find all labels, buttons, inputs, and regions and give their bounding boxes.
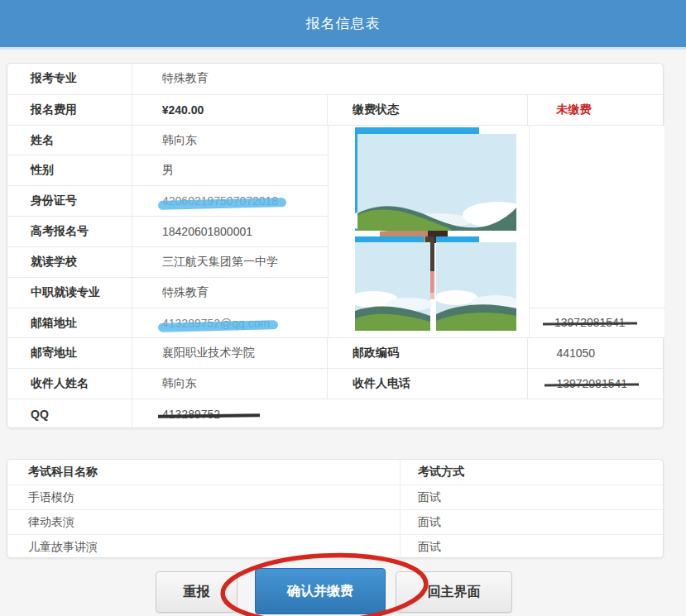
major-label: 报考专业: [7, 64, 132, 94]
name-value: 韩向东: [132, 126, 328, 155]
applicant-photo-censored: [355, 127, 516, 331]
name-label: 姓名: [7, 126, 132, 155]
qq-label: QQ: [7, 399, 132, 429]
back-to-main-button[interactable]: 回主界面: [396, 571, 512, 613]
school-value: 三江航天集团第一中学: [132, 247, 328, 277]
zip-label: 邮政编码: [327, 338, 527, 368]
gender-value: 男: [132, 155, 328, 185]
qq-value-redacted: 413289752: [162, 408, 220, 421]
reapply-button[interactable]: 重报: [156, 571, 237, 613]
payment-status-label: 缴费状态: [327, 95, 527, 125]
email-value-redacted: 413289752@qq.com: [162, 317, 270, 330]
row-recipient: 收件人姓名 韩向东 收件人电话 13972081541: [7, 368, 663, 399]
exam-method-header: 考试方式: [400, 460, 663, 485]
exam-subject: 手语模仿: [7, 485, 400, 509]
id-number-value-redacted: 420602197507072018: [162, 194, 278, 208]
fee-value: ¥240.00: [132, 95, 327, 125]
row-mail-address: 邮寄地址 襄阳职业技术学院 邮政编码 441050: [7, 337, 663, 368]
exam-row-2: 律动表演 面试: [7, 509, 663, 534]
recipient-label: 收件人姓名: [7, 369, 132, 399]
row-fee: 报名费用 ¥240.00 缴费状态 未缴费: [7, 94, 663, 125]
page-title: 报名信息表: [306, 14, 381, 33]
exam-subject: 律动表演: [7, 510, 400, 534]
zhongzhi-major-value: 特殊教育: [132, 278, 328, 308]
exam-method: 面试: [400, 485, 663, 509]
exam-method: 面试: [400, 510, 663, 534]
major-value: 特殊教育: [132, 64, 663, 94]
gaokao-no-value: 18420601800001: [132, 217, 328, 246]
registration-info-card: 报考专业 特殊教育 报名费用 ¥240.00 缴费状态 未缴费 姓名 韩向东 性…: [7, 63, 664, 428]
recipient-phone-value-redacted: 13972081541: [556, 377, 627, 390]
photo-merged-cell: 13972081541: [328, 126, 664, 338]
exam-method: 面试: [400, 535, 663, 559]
page-header: 报名信息表: [0, 0, 686, 50]
zhongzhi-major-label: 中职就读专业: [7, 278, 132, 308]
registration-form-page: 报名信息表 报考专业 特殊教育 报名费用 ¥240.00 缴费状态 未缴费 姓名…: [0, 0, 686, 616]
exam-row-1: 手语模仿 面试: [7, 485, 663, 509]
photo-cover-bottom-left: [355, 236, 433, 331]
exam-subject-header: 考试科目名称: [7, 460, 400, 485]
exam-subject: 儿童故事讲演: [7, 535, 400, 559]
gender-label: 性别: [7, 155, 132, 185]
exam-subjects-card: 考试科目名称 考试方式 手语模仿 面试 律动表演 面试 儿童故事讲演 面试: [7, 459, 664, 558]
gaokao-no-label: 高考报名号: [7, 217, 132, 246]
payment-status-value: 未缴费: [527, 95, 663, 125]
recipient-phone-label: 收件人电话: [327, 369, 527, 399]
contact-phone-value-redacted: 13972081541: [554, 316, 626, 329]
recipient-value: 韩向东: [132, 369, 327, 399]
email-label: 邮箱地址: [7, 308, 132, 338]
fee-label: 报名费用: [7, 95, 132, 125]
mail-address-value: 襄阳职业技术学院: [132, 338, 327, 368]
school-label: 就读学校: [7, 247, 132, 277]
exam-row-3: 儿童故事讲演 面试: [7, 534, 663, 559]
zip-value: 441050: [527, 338, 663, 368]
confirm-and-pay-button[interactable]: 确认并缴费: [255, 568, 386, 614]
id-number-label: 身份证号: [7, 186, 132, 216]
photo-cover-bottom-right: [434, 236, 516, 331]
exam-header-row: 考试科目名称 考试方式: [7, 460, 663, 485]
mail-address-label: 邮寄地址: [7, 338, 132, 368]
merged-cell-divider: [529, 126, 530, 338]
row-qq: QQ 413289752: [7, 399, 663, 429]
row-major: 报考专业 特殊教育: [7, 64, 663, 94]
photo-cover-top: [355, 127, 516, 232]
